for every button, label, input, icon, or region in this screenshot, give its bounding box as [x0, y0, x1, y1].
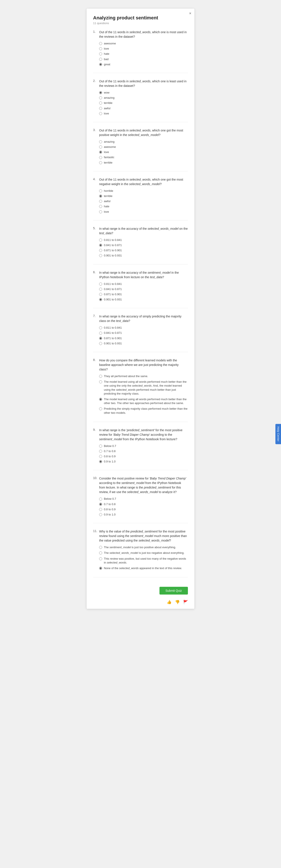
radio-q2-terrible[interactable] — [99, 101, 102, 104]
option-q5-3[interactable]: 0.871 to 0.901 — [99, 248, 188, 252]
label-q8-1[interactable]: They all performed about the same. — [104, 374, 148, 378]
option-q6-3[interactable]: 0.871 to 0.901 — [99, 292, 188, 296]
option-q2-awful[interactable]: awful — [99, 106, 188, 110]
label-q6-3[interactable]: 0.871 to 0.901 — [104, 292, 122, 296]
label-q1-hate[interactable]: hate — [104, 52, 109, 56]
label-q2-terrible[interactable]: terrible — [104, 101, 113, 105]
label-q11-1[interactable]: The sentiment_model is just too positive… — [104, 546, 176, 549]
label-q10-1[interactable]: Below 0.7 — [104, 497, 116, 501]
radio-q8-3[interactable] — [99, 398, 102, 401]
label-q9-2[interactable]: 0.7 to 0.8 — [104, 449, 116, 453]
option-q3-terrible[interactable]: terrible — [99, 161, 188, 165]
radio-q5-2[interactable] — [99, 244, 102, 247]
radio-q4-love[interactable] — [99, 210, 102, 213]
radio-q8-1[interactable] — [99, 375, 102, 378]
label-q1-awesome[interactable]: awesome — [104, 41, 116, 45]
radio-q2-love[interactable] — [99, 112, 102, 115]
label-q8-2[interactable]: The model learned using all words perfor… — [104, 380, 188, 396]
radio-q9-1[interactable] — [99, 444, 102, 447]
option-q7-3[interactable]: 0.871 to 0.901 — [99, 336, 188, 340]
radio-q3-terrible[interactable] — [99, 161, 102, 164]
radio-q8-4[interactable] — [99, 407, 102, 410]
label-q3-fantastic[interactable]: fantastic — [104, 155, 114, 159]
label-q1-love[interactable]: love — [104, 47, 109, 51]
option-q2-love[interactable]: love — [99, 112, 188, 116]
option-q7-1[interactable]: 0.811 to 0.841 — [99, 326, 188, 330]
radio-q11-4[interactable] — [99, 567, 102, 570]
option-q7-2[interactable]: 0.841 to 0.871 — [99, 331, 188, 335]
label-q6-1[interactable]: 0.811 to 0.841 — [104, 282, 122, 286]
label-q2-awful[interactable]: awful — [104, 106, 110, 110]
radio-q9-2[interactable] — [99, 450, 102, 453]
radio-q9-3[interactable] — [99, 455, 102, 458]
label-q7-2[interactable]: 0.841 to 0.871 — [104, 331, 122, 335]
option-q3-fantastic[interactable]: fantastic — [99, 155, 188, 159]
radio-q11-2[interactable] — [99, 552, 102, 554]
label-q4-awful[interactable]: awful — [104, 199, 110, 203]
radio-q6-4[interactable] — [99, 298, 102, 301]
label-q9-1[interactable]: Below 0.7 — [104, 444, 116, 448]
label-q9-3[interactable]: 0.8 to 0.9 — [104, 455, 116, 458]
radio-q8-2[interactable] — [99, 380, 102, 383]
option-q5-4[interactable]: 0.901 to 0.931 — [99, 254, 188, 257]
radio-q3-love[interactable] — [99, 151, 102, 154]
radio-q1-bad[interactable] — [99, 58, 102, 61]
option-q9-4[interactable]: 0.9 to 1.0 — [99, 460, 188, 464]
flag-icon[interactable]: 🚩 — [183, 600, 188, 604]
radio-q4-horrible[interactable] — [99, 189, 102, 192]
label-q5-4[interactable]: 0.901 to 0.931 — [104, 254, 122, 257]
label-q3-terrible[interactable]: terrible — [104, 161, 113, 165]
radio-q3-fantastic[interactable] — [99, 156, 102, 159]
option-q4-terrible[interactable]: terrible — [99, 194, 188, 198]
option-q2-amazing[interactable]: amazing — [99, 96, 188, 100]
label-q8-3[interactable]: The model learned using all words perfor… — [104, 397, 188, 405]
label-q5-2[interactable]: 0.841 to 0.871 — [104, 243, 122, 247]
option-q1-bad[interactable]: bad — [99, 57, 188, 61]
option-q3-amazing[interactable]: amazing — [99, 140, 188, 144]
option-q9-2[interactable]: 0.7 to 0.8 — [99, 449, 188, 453]
option-q11-3[interactable]: This review was positive, but used too m… — [93, 557, 188, 565]
option-q11-2[interactable]: The selected_words_model is just too neg… — [93, 551, 188, 555]
label-q4-hate[interactable]: hate — [104, 205, 109, 208]
label-q10-3[interactable]: 0.8 to 0.9 — [104, 507, 116, 512]
radio-q2-awful[interactable] — [99, 107, 102, 110]
option-q4-hate[interactable]: hate — [99, 205, 188, 208]
option-q9-1[interactable]: Below 0.7 — [99, 444, 188, 448]
label-q4-terrible[interactable]: terrible — [104, 194, 113, 198]
radio-q1-love[interactable] — [99, 47, 102, 50]
label-q2-amazing[interactable]: amazing — [104, 96, 115, 100]
label-q1-bad[interactable]: bad — [104, 57, 108, 61]
option-q4-horrible[interactable]: horrible — [99, 189, 188, 193]
radio-q9-4[interactable] — [99, 460, 102, 463]
option-q9-3[interactable]: 0.8 to 0.9 — [99, 455, 188, 458]
label-q2-wow[interactable]: wow — [104, 91, 110, 95]
label-q4-horrible[interactable]: horrible — [104, 189, 113, 193]
radio-q5-4[interactable] — [99, 254, 102, 257]
option-q6-1[interactable]: 0.811 to 0.841 — [99, 282, 188, 286]
label-q2-love[interactable]: love — [104, 112, 109, 116]
label-q7-4[interactable]: 0.901 to 0.931 — [104, 342, 122, 345]
option-q11-1[interactable]: The sentiment_model is just too positive… — [93, 546, 188, 549]
label-q7-1[interactable]: 0.811 to 0.841 — [104, 326, 122, 330]
option-q4-love[interactable]: love — [99, 210, 188, 214]
radio-q7-3[interactable] — [99, 337, 102, 340]
radio-q6-1[interactable] — [99, 282, 102, 285]
option-q4-awful[interactable]: awful — [99, 199, 188, 203]
option-q10-4[interactable]: 0.9 to 1.0 — [99, 513, 188, 517]
radio-q2-wow[interactable] — [99, 91, 102, 94]
radio-q10-4[interactable] — [99, 513, 102, 516]
option-q6-2[interactable]: 0.841 to 0.871 — [99, 287, 188, 291]
radio-q11-1[interactable] — [99, 546, 102, 549]
label-q1-great[interactable]: great — [104, 62, 110, 66]
thumbdown-icon[interactable]: 👎 — [175, 600, 180, 604]
submit-button[interactable]: Submit Quiz — [159, 587, 188, 594]
thumbup-icon[interactable]: 👍 — [167, 600, 171, 604]
option-q2-wow[interactable]: wow — [99, 91, 188, 95]
label-q5-1[interactable]: 0.811 to 0.841 — [104, 238, 122, 242]
radio-q2-amazing[interactable] — [99, 96, 102, 99]
label-q6-4[interactable]: 0.901 to 0.931 — [104, 298, 122, 302]
label-q7-3[interactable]: 0.871 to 0.901 — [104, 336, 122, 340]
option-q8-1[interactable]: They all performed about the same. — [93, 374, 188, 378]
radio-q6-2[interactable] — [99, 288, 102, 291]
option-q1-great[interactable]: great — [99, 62, 188, 66]
